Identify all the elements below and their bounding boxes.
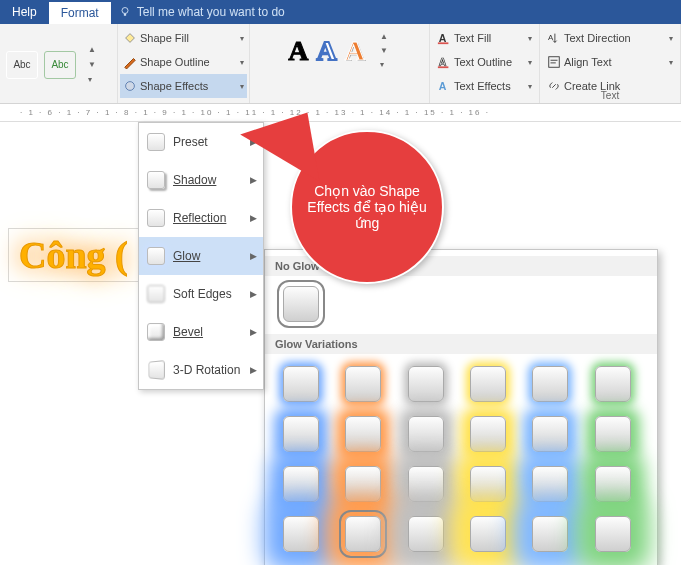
fx-rotation-label: 3-D Rotation [173, 363, 240, 377]
wa-more-icon[interactable]: ▾ [377, 58, 391, 72]
shape-effects-button[interactable]: Shape Effects▾ [120, 74, 247, 98]
glow-option-r0-c1[interactable] [345, 366, 381, 402]
shape-outline-label: Shape Outline [140, 56, 210, 68]
text-fill-icon: A [437, 31, 451, 45]
fx-glow[interactable]: Glow▶ [139, 237, 263, 275]
glow-option-r3-c3[interactable] [470, 516, 506, 552]
callout-text: Chọn vào Shape Effects để tạo hiệu ứng [306, 183, 428, 231]
text-direction-button[interactable]: A Text Direction▾ [544, 26, 676, 50]
group-wordart-styles: A A A ▲ ▼ ▾ [250, 24, 430, 103]
ribbon-tabs: Help Format Tell me what you want to do [0, 0, 681, 24]
fx-reflection-label: Reflection [173, 211, 226, 225]
glow-option-r2-c5[interactable] [595, 466, 631, 502]
glow-option-r1-c0[interactable] [283, 416, 319, 452]
wordart-style-3[interactable]: A [345, 35, 365, 67]
effects-icon [123, 79, 137, 93]
glow-option-r1-c5[interactable] [595, 416, 631, 452]
group-text: A Text Direction▾ Align Text▾ Create Lin… [540, 24, 681, 103]
svg-text:A: A [439, 32, 447, 44]
gallery-up-icon[interactable]: ▲ [88, 45, 96, 54]
text-effects-label: Text Effects [454, 80, 511, 92]
glow-option-r2-c1[interactable] [345, 466, 381, 502]
lightbulb-icon [119, 6, 131, 18]
glow-option-r1-c2[interactable] [408, 416, 444, 452]
glow-option-r0-c5[interactable] [595, 366, 631, 402]
svg-text:A: A [439, 56, 447, 68]
fx-bevel-label: Bevel [173, 325, 203, 339]
text-direction-label: Text Direction [564, 32, 631, 44]
shape-fill-button[interactable]: Shape Fill▾ [120, 26, 247, 50]
wordart-sample-text[interactable]: Công ( [8, 228, 139, 282]
glow-option-r2-c0[interactable] [283, 466, 319, 502]
wordart-style-2[interactable]: A [316, 35, 336, 67]
document-area: Công ( Preset▶ Shadow▶ Reflection▶ Glow▶… [0, 122, 681, 565]
text-fill-label: Text Fill [454, 32, 491, 44]
tell-me-label: Tell me what you want to do [137, 5, 285, 19]
shape-fill-label: Shape Fill [140, 32, 189, 44]
fx-reflection[interactable]: Reflection▶ [139, 199, 263, 237]
glow-option-r3-c2[interactable] [408, 516, 444, 552]
glow-option-r0-c4[interactable] [532, 366, 568, 402]
no-glow-option[interactable] [283, 286, 319, 322]
glow-option-r2-c3[interactable] [470, 466, 506, 502]
shape-style-preset-2[interactable]: Abc [44, 51, 76, 79]
align-text-button[interactable]: Align Text▾ [544, 50, 676, 74]
glow-option-r3-c5[interactable] [595, 516, 631, 552]
annotation-callout: Chọn vào Shape Effects để tạo hiệu ứng [290, 130, 444, 284]
tell-me-search[interactable]: Tell me what you want to do [111, 0, 293, 24]
glow-option-r2-c2[interactable] [408, 466, 444, 502]
glow-option-r3-c0[interactable] [283, 516, 319, 552]
glow-option-r3-c1[interactable] [345, 516, 381, 552]
group-shape-styles-gallery: Abc Abc ▲ ▼ ▾ [0, 24, 118, 103]
glow-option-r0-c3[interactable] [470, 366, 506, 402]
svg-point-0 [122, 8, 128, 14]
text-outline-icon: A [437, 55, 451, 69]
fx-soft-label: Soft Edges [173, 287, 232, 301]
glow-option-r2-c4[interactable] [532, 466, 568, 502]
fx-3d-rotation[interactable]: 3-D Rotation▶ [139, 351, 263, 389]
svg-rect-9 [549, 57, 560, 68]
align-text-label: Align Text [564, 56, 612, 68]
text-effects-icon: A [437, 79, 451, 93]
glow-option-r1-c4[interactable] [532, 416, 568, 452]
glow-option-r3-c4[interactable] [532, 516, 568, 552]
svg-rect-6 [438, 66, 449, 68]
glow-variations-grid [265, 354, 657, 558]
glow-submenu: No Glow Glow Variations [264, 249, 658, 565]
fx-shadow[interactable]: Shadow▶ [139, 161, 263, 199]
tab-help[interactable]: Help [0, 0, 49, 24]
svg-point-2 [126, 82, 135, 91]
fx-preset-label: Preset [173, 135, 208, 149]
shape-outline-button[interactable]: Shape Outline▾ [120, 50, 247, 74]
text-fill-button[interactable]: A Text Fill▾ [434, 26, 535, 50]
fx-shadow-label: Shadow [173, 173, 216, 187]
glow-option-r0-c0[interactable] [283, 366, 319, 402]
text-effects-button[interactable]: A Text Effects▾ [434, 74, 535, 98]
wordart-style-1[interactable]: A [288, 35, 308, 67]
tab-format[interactable]: Format [49, 0, 111, 24]
horizontal-ruler: · 1 · 6 · 1 · 7 · 1 · 8 · 1 · 9 · 1 · 10… [0, 104, 681, 122]
fx-soft-edges[interactable]: Soft Edges▶ [139, 275, 263, 313]
align-text-icon [547, 55, 561, 69]
svg-text:A: A [548, 33, 554, 42]
glow-option-r1-c1[interactable] [345, 416, 381, 452]
gallery-more-icon[interactable]: ▾ [88, 75, 92, 84]
group-shape-format: Shape Fill▾ Shape Outline▾ Shape Effects… [118, 24, 250, 103]
pen-icon [123, 55, 137, 69]
text-outline-button[interactable]: A Text Outline▾ [434, 50, 535, 74]
fx-bevel[interactable]: Bevel▶ [139, 313, 263, 351]
wa-down-icon[interactable]: ▼ [377, 44, 391, 58]
svg-text:A: A [439, 80, 447, 92]
shape-effects-label: Shape Effects [140, 80, 208, 92]
bucket-icon [123, 31, 137, 45]
glow-option-r1-c3[interactable] [470, 416, 506, 452]
svg-rect-4 [438, 42, 449, 44]
fx-glow-label: Glow [173, 249, 200, 263]
wa-up-icon[interactable]: ▲ [377, 30, 391, 44]
text-direction-icon: A [547, 31, 561, 45]
group-text-format: A Text Fill▾ A Text Outline▾ A Text Effe… [430, 24, 540, 103]
svg-rect-1 [124, 14, 126, 16]
glow-option-r0-c2[interactable] [408, 366, 444, 402]
shape-style-preset-1[interactable]: Abc [6, 51, 38, 79]
gallery-down-icon[interactable]: ▼ [88, 60, 96, 69]
